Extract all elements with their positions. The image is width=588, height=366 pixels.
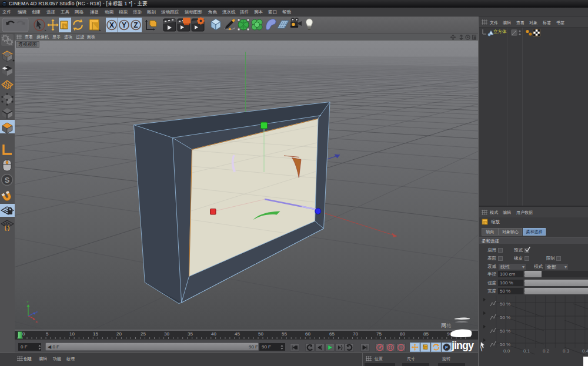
svg-text:X: X (35, 320, 38, 324)
svg-text:P: P (445, 345, 449, 350)
svg-text:S: S (5, 176, 10, 184)
svg-text:Z: Z (36, 310, 38, 314)
svg-text:Y: Y (122, 21, 126, 29)
svg-text:X: X (109, 21, 114, 29)
svg-text:Z: Z (133, 21, 138, 29)
svg-text:Y: Y (26, 300, 29, 304)
svg-text:( ): ( ) (5, 225, 10, 231)
svg-text:?: ? (400, 345, 403, 351)
